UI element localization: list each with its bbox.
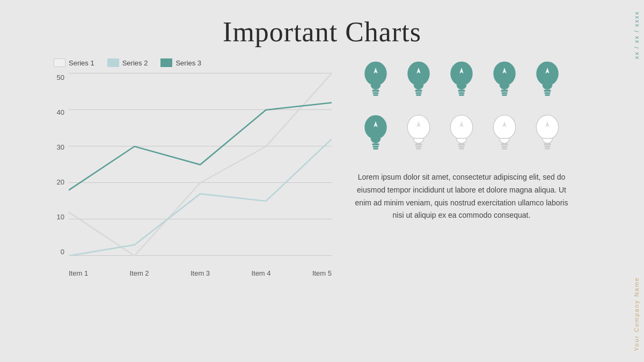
x-label-item4: Item 4 xyxy=(251,269,270,277)
svg-rect-30 xyxy=(458,146,464,147)
bulb-7 xyxy=(397,107,440,160)
chart-container: 0 10 20 30 40 50 xyxy=(48,73,338,277)
y-axis: 0 10 20 30 40 50 xyxy=(48,73,64,256)
chart-plot xyxy=(69,73,332,256)
main-content: Series 1 Series 2 Series 3 0 10 20 30 40… xyxy=(0,48,644,351)
bulb-icon-inactive xyxy=(486,112,523,155)
svg-point-4 xyxy=(407,62,429,86)
bulb-5 xyxy=(526,53,569,107)
svg-point-0 xyxy=(364,62,386,86)
bulb-icon-active xyxy=(443,58,480,101)
svg-point-20 xyxy=(364,115,386,139)
bulb-4 xyxy=(483,53,526,107)
legend-label-s2: Series 2 xyxy=(122,59,148,67)
bulb-icon-active xyxy=(357,112,394,155)
svg-rect-3 xyxy=(373,94,378,96)
y-label-30: 30 xyxy=(48,143,64,151)
svg-rect-14 xyxy=(501,92,507,94)
right-vertical-panel: xx / xx / xxxx Your Company Name xyxy=(629,0,644,362)
svg-rect-19 xyxy=(545,94,550,96)
svg-rect-10 xyxy=(458,92,464,94)
svg-rect-15 xyxy=(502,94,507,96)
svg-rect-21 xyxy=(372,143,379,145)
y-label-20: 20 xyxy=(48,178,64,186)
company-label: Your Company Name xyxy=(633,277,640,351)
bulb-icon-inactive xyxy=(529,112,566,155)
svg-rect-34 xyxy=(501,146,507,147)
legend-label-s1: Series 1 xyxy=(69,59,94,67)
svg-rect-37 xyxy=(544,143,551,145)
bulb-icon-active xyxy=(529,58,566,101)
bulb-icon-active xyxy=(357,58,394,101)
bulb-3 xyxy=(440,53,483,107)
svg-point-24 xyxy=(407,115,429,139)
svg-rect-25 xyxy=(415,143,422,145)
legend-color-s3 xyxy=(160,58,172,67)
y-label-50: 50 xyxy=(48,73,64,82)
svg-point-32 xyxy=(493,115,515,139)
bulb-icon-active xyxy=(486,58,523,101)
x-label-item5: Item 5 xyxy=(312,269,332,277)
svg-rect-31 xyxy=(459,148,464,150)
bulb-icon-active xyxy=(400,58,437,101)
bulb-1 xyxy=(354,53,397,107)
y-label-0: 0 xyxy=(48,248,64,256)
svg-rect-18 xyxy=(544,92,550,94)
y-label-40: 40 xyxy=(48,108,64,116)
legend-series3: Series 3 xyxy=(160,58,201,67)
right-area: Lorem ipsum dolor sit amet, consectetur … xyxy=(338,53,617,351)
svg-rect-35 xyxy=(502,148,507,150)
svg-rect-6 xyxy=(415,92,421,94)
page-title: Important Charts xyxy=(0,0,644,48)
svg-rect-27 xyxy=(416,148,421,150)
bulb-10 xyxy=(526,107,569,160)
svg-rect-13 xyxy=(501,90,508,92)
svg-rect-33 xyxy=(501,143,508,145)
legend-series1: Series 1 xyxy=(54,58,94,67)
x-axis: Item 1 Item 2 Item 3 Item 4 Item 5 xyxy=(69,269,332,277)
bulb-8 xyxy=(440,107,483,160)
svg-point-28 xyxy=(450,115,472,139)
svg-rect-22 xyxy=(372,146,378,147)
svg-point-8 xyxy=(450,62,472,86)
legend-label-s3: Series 3 xyxy=(175,59,201,67)
bulb-9 xyxy=(483,107,526,160)
svg-rect-26 xyxy=(415,146,421,147)
svg-rect-5 xyxy=(415,90,422,92)
legend-series2: Series 2 xyxy=(107,58,148,67)
y-label-10: 10 xyxy=(48,213,64,221)
legend-color-s1 xyxy=(54,58,65,67)
x-label-item3: Item 3 xyxy=(191,269,210,277)
svg-rect-38 xyxy=(544,146,550,147)
chart-area: Series 1 Series 2 Series 3 0 10 20 30 40… xyxy=(27,53,338,351)
x-label-item2: Item 2 xyxy=(129,269,149,277)
bulb-6 xyxy=(354,107,397,160)
svg-point-36 xyxy=(536,115,558,139)
svg-rect-11 xyxy=(459,94,464,96)
date-label: xx / xx / xxxx xyxy=(633,11,640,59)
x-label-item1: Item 1 xyxy=(69,269,88,277)
bulb-icon-inactive xyxy=(400,112,437,155)
bulb-grid xyxy=(354,53,617,160)
svg-rect-1 xyxy=(372,90,379,92)
bulb-icon-inactive xyxy=(443,112,480,155)
chart-legend: Series 1 Series 2 Series 3 xyxy=(54,58,338,67)
svg-rect-9 xyxy=(458,90,465,92)
svg-point-16 xyxy=(536,62,558,86)
svg-point-12 xyxy=(493,62,515,86)
bulb-2 xyxy=(397,53,440,107)
svg-rect-39 xyxy=(545,148,550,150)
legend-color-s2 xyxy=(107,58,119,67)
svg-rect-2 xyxy=(372,92,378,94)
svg-rect-29 xyxy=(458,143,465,145)
svg-rect-7 xyxy=(416,94,421,96)
svg-rect-23 xyxy=(373,148,378,150)
chart-svg xyxy=(69,73,332,256)
svg-rect-17 xyxy=(544,90,551,92)
description-text: Lorem ipsum dolor sit amet, consectetur … xyxy=(354,171,569,222)
